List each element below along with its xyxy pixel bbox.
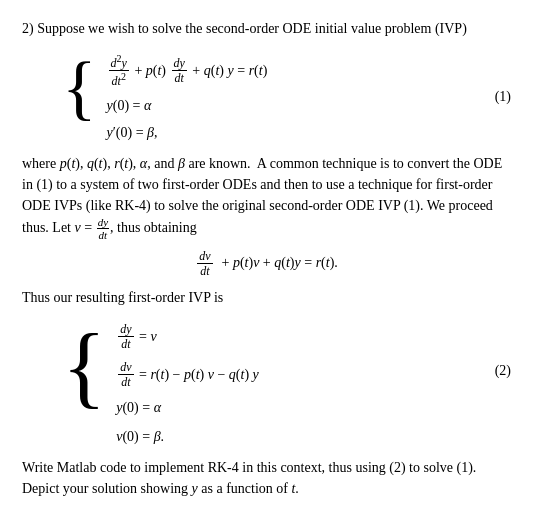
frac-dv-dt-center: dv dt: [197, 249, 212, 279]
eq-row-2a: dy dt = v: [116, 322, 259, 352]
eq-num-2: (2): [495, 359, 511, 380]
left-brace-2: {: [62, 320, 106, 412]
eq-row-2d: v(0) = β.: [116, 426, 259, 447]
equations-list-2: dy dt = v dv dt = r(t) − p(t) v − q(t) y…: [116, 318, 259, 448]
problem-container: 2) Suppose we wish to solve the second-o…: [22, 18, 511, 499]
ivp-system-1: { d2y dt2 + p(t) dy dt + q(t) y = r(t) y…: [62, 49, 511, 143]
eq-row-2c: y(0) = α: [116, 397, 259, 418]
paragraph-1: where p(t), q(t), r(t), α, and β are kno…: [22, 153, 511, 241]
eq-num-1: (1): [495, 85, 511, 106]
ivp-system-2: { dy dt = v dv dt = r(t) − p(t) v − q(t)…: [62, 318, 511, 448]
frac-d2y-dt2: d2y dt2: [109, 53, 129, 89]
inline-frac-dv: dydt: [97, 216, 109, 241]
intro-text: 2) Suppose we wish to solve the second-o…: [22, 18, 511, 39]
closing-paragraph: Write Matlab code to implement RK-4 in t…: [22, 457, 511, 499]
equations-list-1: d2y dt2 + p(t) dy dt + q(t) y = r(t) y(0…: [107, 49, 268, 143]
eq-row-2b: dv dt = r(t) − p(t) v − q(t) y: [116, 360, 259, 390]
left-brace-1: {: [62, 51, 97, 123]
centered-dv-eq: dv dt + p(t)v + q(t)y = r(t).: [22, 249, 511, 279]
brace-system-1: { d2y dt2 + p(t) dy dt + q(t) y = r(t) y…: [62, 49, 267, 143]
first-order-label: Thus our resulting first-order IVP is: [22, 287, 511, 308]
frac-dy-dt-2: dy dt: [118, 322, 133, 352]
brace-system-2: { dy dt = v dv dt = r(t) − p(t) v − q(t)…: [62, 318, 259, 448]
eq-row-1: d2y dt2 + p(t) dy dt + q(t) y = r(t): [107, 53, 268, 89]
eq-row-y0: y(0) = α: [107, 95, 268, 116]
frac-dy-dt: dy dt: [172, 56, 187, 86]
eq-row-yprime0: y′(0) = β,: [107, 122, 268, 143]
frac-dv-dt-2: dv dt: [118, 360, 133, 390]
